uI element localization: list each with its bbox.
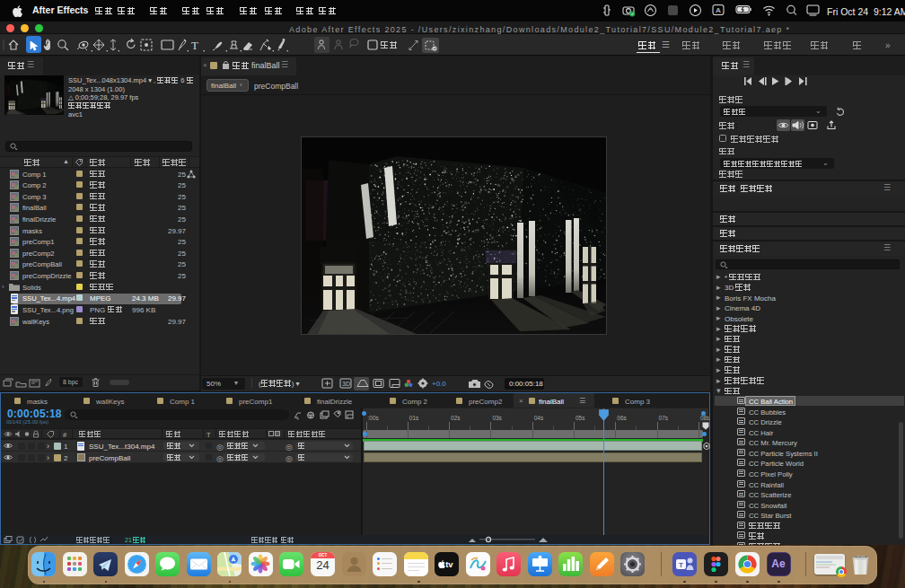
svg-text:T: T <box>679 560 683 568</box>
svg-text:T: T <box>191 39 198 52</box>
svg-text:3D: 3D <box>342 381 350 387</box>
svg-text:A: A <box>716 6 721 14</box>
